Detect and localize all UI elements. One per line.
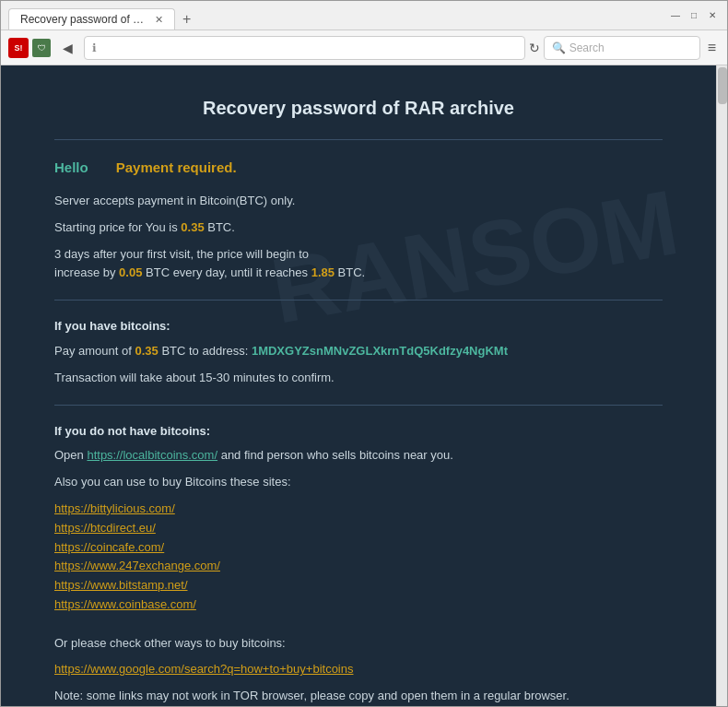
tab-close-icon[interactable]: ✕ xyxy=(155,14,163,26)
increase-amount: 0.05 xyxy=(119,265,142,279)
info-icon: ℹ xyxy=(92,41,97,54)
section1-label: If you have bitcoins: xyxy=(54,317,663,336)
site-link-5[interactable]: https://www.coinbase.com/ xyxy=(54,597,196,611)
browser-window: Recovery password of RAR ar... ✕ + — □ ✕… xyxy=(0,0,728,707)
search-placeholder: Search xyxy=(569,41,605,54)
pay-amount: 0.35 xyxy=(135,344,158,358)
localbitcoins-link[interactable]: https://localbitcoins.com/ xyxy=(87,448,217,462)
page-content: RANSOM Recovery password of RAR archive … xyxy=(1,65,716,706)
increase-middle: BTC every day, until it reaches xyxy=(142,265,311,279)
new-tab-button[interactable]: + xyxy=(175,9,198,29)
page-title: Recovery password of RAR archive xyxy=(54,93,663,123)
max-amount: 1.85 xyxy=(311,265,335,279)
reload-button[interactable]: ↻ xyxy=(529,41,540,55)
site-link-2[interactable]: https://coincafe.com/ xyxy=(54,540,164,554)
transaction-time-line: Transaction will take about 15-30 minute… xyxy=(54,369,663,388)
divider-3 xyxy=(54,405,663,406)
window-controls: — □ ✕ xyxy=(668,8,720,23)
google-link[interactable]: https://www.google.com/search?q=how+to+b… xyxy=(54,662,353,676)
menu-button[interactable]: ≡ xyxy=(704,40,720,56)
address-bar[interactable]: ℹ xyxy=(84,36,525,60)
price-prefix: Starting price for You is xyxy=(54,220,181,234)
browser-logo: S! xyxy=(8,38,29,58)
site-link-3[interactable]: https://www.247exchange.com/ xyxy=(54,559,220,572)
bitcoin-address-1: 1MDXGYZsnMNvZGLXkrnTdQ5Kdfzy4NgKMt xyxy=(252,344,508,358)
scrollbar-thumb[interactable] xyxy=(718,67,727,104)
browser-body: RANSOM Recovery password of RAR archive … xyxy=(1,65,727,706)
hello-text: Hello xyxy=(54,157,88,179)
tab-area: Recovery password of RAR ar... ✕ + xyxy=(8,1,661,29)
search-icon: 🔍 xyxy=(552,41,566,54)
section2-label: If you do not have bitcoins: xyxy=(54,422,663,442)
open-suffix: and find person who sells bitcoins near … xyxy=(217,448,453,462)
back-button[interactable]: ◀ xyxy=(54,35,80,61)
price-suffix: BTC. xyxy=(205,220,235,234)
open-prefix: Open xyxy=(54,448,87,462)
or-check-line: Or please check other ways to buy bitcoi… xyxy=(54,634,663,654)
scrollbar-vertical[interactable] xyxy=(716,65,727,706)
site-link-1[interactable]: https://btcdirect.eu/ xyxy=(54,521,156,535)
pay-address-line: Pay amount of 0.35 BTC to address: 1MDXG… xyxy=(54,342,663,361)
site-links-list: https://bittylicious.com/ https://btcdir… xyxy=(54,500,663,615)
tab-title: Recovery password of RAR ar... xyxy=(20,13,149,26)
divider-1 xyxy=(54,139,663,140)
site-link-4[interactable]: https://www.bitstamp.net/ xyxy=(54,578,188,592)
title-bar: Recovery password of RAR ar... ✕ + — □ ✕ xyxy=(1,1,727,30)
google-link-line: https://www.google.com/search?q=how+to+b… xyxy=(54,660,663,679)
localbitcoins-line: Open https://localbitcoins.com/ and find… xyxy=(54,446,663,465)
pay-middle: BTC to address: xyxy=(159,344,252,358)
shield-icon: 🛡 xyxy=(32,39,51,57)
pay-prefix: Pay amount of xyxy=(54,344,135,358)
starting-price-line: Starting price for You is 0.35 BTC. xyxy=(54,218,663,238)
divider-2 xyxy=(54,300,663,300)
increase-line: 3 days after your first visit, the price… xyxy=(54,245,663,284)
site-link-0[interactable]: https://bittylicious.com/ xyxy=(54,501,175,515)
content-area: Recovery password of RAR archive Hello P… xyxy=(54,93,663,706)
increase-suffix: BTC. xyxy=(335,265,365,279)
minimize-button[interactable]: — xyxy=(668,8,683,23)
server-accepts-line: Server accepts payment in Bitcoin(BTC) o… xyxy=(54,192,663,211)
nav-bar: S! 🛡 ◀ ℹ ↻ 🔍 Search ≡ xyxy=(1,30,727,65)
payment-required-text: Payment required. xyxy=(116,157,237,179)
active-tab[interactable]: Recovery password of RAR ar... ✕ xyxy=(8,8,175,29)
maximize-button[interactable]: □ xyxy=(687,8,701,23)
price-amount: 0.35 xyxy=(181,220,204,234)
note-line: Note: some links may not work in TOR bro… xyxy=(54,687,663,706)
greeting-line: Hello Payment required. xyxy=(54,157,663,179)
search-bar[interactable]: 🔍 Search xyxy=(544,36,700,60)
also-sites-line: Also you can use to buy Bitcoins these s… xyxy=(54,473,663,492)
close-button[interactable]: ✕ xyxy=(705,8,720,23)
